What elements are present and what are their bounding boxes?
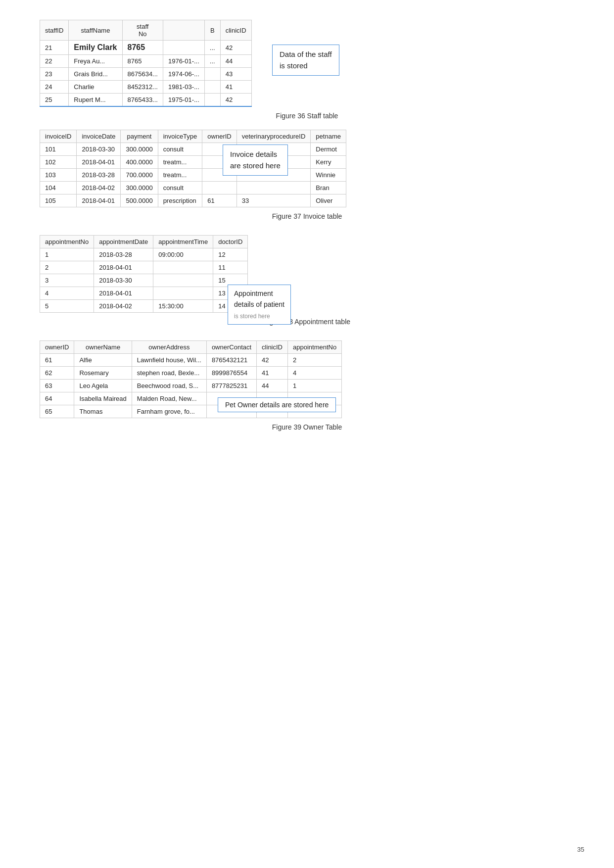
staff-b-3 <box>204 68 220 81</box>
staff-name-1: Emily Clark <box>69 41 122 55</box>
staff-figure-caption: Figure 36 Staff table <box>30 112 584 120</box>
invoice-figure-caption: Figure 37 Invoice table <box>30 212 584 220</box>
owner-name-2: Rosemary <box>74 367 132 380</box>
appt-col-time: appointmentTime <box>153 236 213 248</box>
owner-section: ownerID ownerName ownerAddress ownerCont… <box>30 340 584 431</box>
staff-id-3: 23 <box>40 68 69 81</box>
appt-row-2: 2 2018-04-01 11 <box>40 261 248 274</box>
staff-no-3: 8675634... <box>122 68 163 81</box>
owner-contact-3: 8777825231 <box>206 380 256 392</box>
staff-col-id: staffID <box>40 20 69 41</box>
inv-vet-1 <box>236 143 311 156</box>
appt-time-2 <box>153 261 213 274</box>
inv-col-petname: petname <box>311 130 346 143</box>
inv-vet-5: 33 <box>236 194 311 207</box>
appt-col-no: appointmentNo <box>40 236 94 248</box>
staff-row-5: 25 Rupert M... 8765433... 1975-01-... 42 <box>40 94 252 107</box>
inv-owner-5: 61 <box>202 194 236 207</box>
inv-vet-2 <box>236 156 311 169</box>
staff-dob-2: 1976-01-... <box>163 55 204 68</box>
staff-clinicid-2: 44 <box>220 55 251 68</box>
staff-row-1: 21 Emily Clark 8765 ... 42 <box>40 41 252 55</box>
staff-no-2: 8765 <box>122 55 163 68</box>
owner-table: ownerID ownerName ownerAddress ownerCont… <box>40 340 342 418</box>
inv-col-type: invoiceType <box>158 130 202 143</box>
inv-pet-5: Oliver <box>311 194 346 207</box>
owner-contact-1: 8765432121 <box>206 354 256 367</box>
inv-id-5: 105 <box>40 194 77 207</box>
appt-row-3: 3 2018-03-30 15 <box>40 274 248 287</box>
appt-no-5: 5 <box>40 300 94 313</box>
page-number: 35 <box>577 846 584 853</box>
owner-name-3: Leo Agela <box>74 380 132 392</box>
staff-name-3: Grais Brid... <box>69 68 122 81</box>
owner-col-address: ownerAddress <box>132 341 206 354</box>
appt-row-4: 4 2018-04-01 13 <box>40 287 248 300</box>
inv-owner-2 <box>202 156 236 169</box>
inv-id-4: 104 <box>40 182 77 194</box>
inv-payment-2: 400.0000 <box>121 156 158 169</box>
staff-name-5: Rupert M... <box>69 94 122 107</box>
inv-date-4: 2018-04-02 <box>77 182 121 194</box>
inv-payment-4: 300.0000 <box>121 182 158 194</box>
appt-row-1: 1 2018-03-28 09:00:00 12 <box>40 248 248 261</box>
owner-contact-4 <box>206 392 256 405</box>
staff-clinicid-5: 42 <box>220 94 251 107</box>
inv-id-1: 101 <box>40 143 77 156</box>
owner-col-name: ownerName <box>74 341 132 354</box>
staff-no-1: 8765 <box>122 41 163 55</box>
appt-time-4 <box>153 287 213 300</box>
staff-b-2: ... <box>204 55 220 68</box>
appt-date-2: 2018-04-01 <box>94 261 153 274</box>
owner-col-apptno: appointmentNo <box>288 341 342 354</box>
owner-apptno-1: 2 <box>288 354 342 367</box>
inv-date-1: 2018-03-30 <box>77 143 121 156</box>
inv-type-2: treatm... <box>158 156 202 169</box>
owner-name-1: Alfie <box>74 354 132 367</box>
appt-date-4: 2018-04-01 <box>94 287 153 300</box>
staff-dob-3: 1974-06-... <box>163 68 204 81</box>
staff-name-4: Charlie <box>69 81 122 94</box>
appt-no-3: 3 <box>40 274 94 287</box>
appt-row-5: 5 2018-04-02 15:30:00 14 <box>40 300 248 313</box>
owner-clinicid-1: 42 <box>257 354 288 367</box>
owner-id-5: 65 <box>40 405 74 418</box>
inv-col-ownerid: ownerID <box>202 130 236 143</box>
owner-address-4: Malden Road, New... <box>132 392 206 405</box>
staff-dob-1 <box>163 41 204 55</box>
owner-figure-caption: Figure 39 Owner Table <box>30 423 584 431</box>
staff-row-4: 24 Charlie 8452312... 1981-03-... 41 <box>40 81 252 94</box>
owner-clinicid-2: 41 <box>257 367 288 380</box>
owner-id-2: 62 <box>40 367 74 380</box>
owner-id-4: 64 <box>40 392 74 405</box>
inv-type-3: treatm... <box>158 169 202 182</box>
owner-clinicid-3: 44 <box>257 380 288 392</box>
owner-contact-2: 8999876554 <box>206 367 256 380</box>
owner-apptno-3: 1 <box>288 380 342 392</box>
inv-owner-3 <box>202 169 236 182</box>
staff-no-4: 8452312... <box>122 81 163 94</box>
owner-clinicid-4 <box>257 392 288 405</box>
owner-id-3: 63 <box>40 380 74 392</box>
appt-doctorid-4: 13 <box>213 287 248 300</box>
staff-b-4 <box>204 81 220 94</box>
staff-col-clinicid: clinicID <box>220 20 251 41</box>
staff-row-2: 22 Freya Au... 8765 1976-01-... ... 44 <box>40 55 252 68</box>
owner-col-clinicid: clinicID <box>257 341 288 354</box>
inv-col-payment: payment <box>121 130 158 143</box>
appt-date-5: 2018-04-02 <box>94 300 153 313</box>
owner-name-5: Thomas <box>74 405 132 418</box>
owner-col-id: ownerID <box>40 341 74 354</box>
owner-apptno-5 <box>288 405 342 418</box>
inv-date-5: 2018-04-01 <box>77 194 121 207</box>
inv-id-3: 103 <box>40 169 77 182</box>
inv-payment-1: 300.0000 <box>121 143 158 156</box>
staff-clinicid-4: 41 <box>220 81 251 94</box>
owner-address-1: Lawnfield house, Wil... <box>132 354 206 367</box>
inv-owner-4 <box>202 182 236 194</box>
owner-col-contact: ownerContact <box>206 341 256 354</box>
staff-id-5: 25 <box>40 94 69 107</box>
invoice-table: invoiceID invoiceDate payment invoiceTyp… <box>40 130 346 207</box>
inv-row-3: 103 2018-03-28 700.0000 treatm... Winnie <box>40 169 346 182</box>
appt-col-date: appointmentDate <box>94 236 153 248</box>
